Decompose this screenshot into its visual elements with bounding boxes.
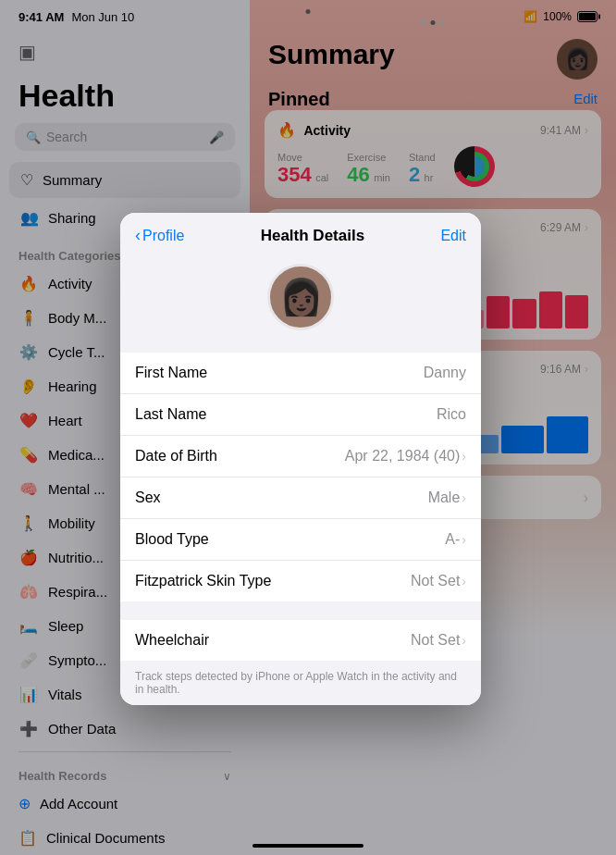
- modal-form-2: Wheelchair Not Set ›: [120, 620, 481, 661]
- sex-chevron: ›: [462, 490, 466, 505]
- skin-type-value: Not Set ›: [411, 573, 466, 589]
- wheelchair-chevron: ›: [462, 633, 466, 648]
- form-dob[interactable]: Date of Birth Apr 22, 1984 (40) ›: [120, 436, 481, 477]
- dob-label: Date of Birth: [135, 448, 217, 465]
- modal-title: Health Details: [261, 227, 364, 245]
- blood-type-chevron: ›: [462, 532, 466, 547]
- back-chevron-icon: ‹: [135, 226, 141, 245]
- modal-avatar-section: 👩🏿: [120, 245, 481, 353]
- blood-type-label: Blood Type: [135, 531, 209, 548]
- sex-label: Sex: [135, 489, 161, 506]
- form-last-name: Last Name Rico: [120, 394, 481, 436]
- form-sex[interactable]: Sex Male ›: [120, 477, 481, 519]
- health-details-modal: ‹ Profile Health Details Edit 👩🏿 First N…: [120, 213, 481, 705]
- modal-avatar: 👩🏿: [267, 264, 334, 330]
- form-skin-type[interactable]: Fitzpatrick Skin Type Not Set ›: [120, 561, 481, 601]
- avatar-emoji: 👩🏿: [279, 277, 323, 317]
- home-indicator: [253, 844, 363, 848]
- skin-type-label: Fitzpatrick Skin Type: [135, 573, 271, 589]
- modal-back-button[interactable]: ‹ Profile: [135, 226, 184, 245]
- last-name-label: Last Name: [135, 406, 206, 423]
- dob-chevron: ›: [462, 449, 466, 464]
- wheelchair-value: Not Set ›: [411, 632, 466, 649]
- back-label: Profile: [142, 228, 184, 244]
- first-name-label: First Name: [135, 365, 207, 381]
- modal-nav: ‹ Profile Health Details Edit: [120, 213, 481, 245]
- modal-spacer: [120, 601, 481, 620]
- sex-value: Male ›: [428, 489, 466, 506]
- form-wheelchair[interactable]: Wheelchair Not Set ›: [120, 620, 481, 661]
- form-first-name: First Name Danny: [120, 353, 481, 394]
- modal-footer-note: Track steps detected by iPhone or Apple …: [120, 661, 481, 705]
- wheelchair-label: Wheelchair: [135, 632, 209, 649]
- first-name-value: Danny: [424, 365, 466, 381]
- modal-form: First Name Danny Last Name Rico Date of …: [120, 353, 481, 601]
- blood-type-value: A- ›: [445, 531, 466, 548]
- skin-type-chevron: ›: [462, 574, 466, 589]
- last-name-value: Rico: [437, 406, 466, 423]
- modal-edit-button[interactable]: Edit: [440, 228, 466, 244]
- form-blood-type[interactable]: Blood Type A- ›: [120, 519, 481, 561]
- dob-value: Apr 22, 1984 (40) ›: [345, 448, 466, 465]
